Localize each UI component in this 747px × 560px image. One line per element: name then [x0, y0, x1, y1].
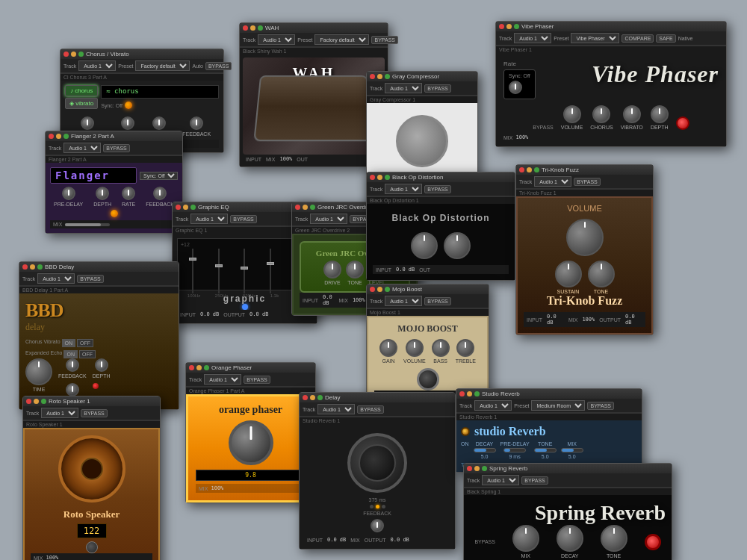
- feedback-knob[interactable]: [190, 116, 203, 130]
- wah-bypass-button[interactable]: BYPASS: [371, 36, 398, 44]
- bbd-expanded-echo-toggle[interactable]: Expanded Echo ON OFF: [25, 350, 173, 358]
- spring-mix-knob[interactable]: [512, 525, 539, 552]
- bbd-off-btn2[interactable]: OFF: [79, 350, 96, 358]
- depth-knob[interactable]: [121, 116, 134, 130]
- green-jrc-track-select[interactable]: Audio 1: [310, 214, 347, 224]
- chorus-preset-select[interactable]: Factory default: [135, 60, 190, 71]
- mojo-volume-knob[interactable]: [406, 339, 424, 357]
- bbd-on-btn2[interactable]: ON: [63, 350, 78, 358]
- close-icon[interactable]: [467, 466, 472, 471]
- bbd-time-knob[interactable]: [25, 358, 52, 385]
- eq-fader-4[interactable]: [258, 249, 282, 293]
- flanger-rate-knob[interactable]: [122, 187, 135, 200]
- sr-predelay-slider[interactable]: [503, 448, 526, 452]
- vibrato-mode-btn[interactable]: ◈ vibrato: [65, 98, 98, 109]
- flanger-sync-select[interactable]: Sync: Off: [140, 172, 178, 180]
- minimize-icon[interactable]: [527, 167, 532, 172]
- black-op-bypass-button[interactable]: BYPASS: [424, 185, 451, 193]
- flanger-feedback-knob[interactable]: [153, 187, 167, 200]
- sr-decay-slider[interactable]: [474, 448, 496, 452]
- maximize-icon[interactable]: [474, 391, 480, 396]
- flanger-predelay-knob[interactable]: [62, 187, 75, 200]
- close-icon[interactable]: [22, 264, 28, 270]
- maximize-icon[interactable]: [514, 24, 519, 29]
- flanger-bypass-button[interactable]: BYPASS: [103, 144, 130, 152]
- maximize-icon[interactable]: [78, 52, 84, 57]
- close-icon[interactable]: [176, 205, 181, 210]
- maximize-icon[interactable]: [258, 25, 263, 31]
- dc-bypass-button[interactable]: BYPASS: [357, 405, 384, 414]
- flanger-depth-knob[interactable]: [96, 187, 109, 200]
- minimize-icon[interactable]: [467, 391, 472, 396]
- vp-volume-knob[interactable]: [563, 105, 581, 123]
- sr-preset-select[interactable]: Medium Room: [531, 400, 585, 411]
- maximize-icon[interactable]: [534, 167, 539, 172]
- minimize-icon[interactable]: [34, 399, 39, 404]
- op-bypass-button[interactable]: BYPASS: [244, 376, 270, 384]
- minimize-icon[interactable]: [377, 175, 382, 180]
- bbd-mix-knob[interactable]: [66, 383, 79, 396]
- close-icon[interactable]: [459, 391, 465, 396]
- close-icon[interactable]: [63, 52, 69, 57]
- flanger-track-select[interactable]: Audio 1: [63, 143, 101, 153]
- close-icon[interactable]: [499, 24, 504, 29]
- sr-slider-predelay[interactable]: PRE-DELAY 9 ms: [500, 441, 530, 459]
- dc-track-select[interactable]: Audio 1: [317, 404, 355, 414]
- minimize-icon[interactable]: [71, 52, 76, 57]
- minimize-icon[interactable]: [56, 134, 61, 139]
- bbd-depth-knob[interactable]: [95, 358, 108, 372]
- sr-mix-slider[interactable]: [561, 448, 583, 452]
- close-icon[interactable]: [49, 134, 54, 139]
- maximize-icon[interactable]: [385, 175, 390, 180]
- vp-power-button[interactable]: [676, 116, 689, 130]
- minimize-icon[interactable]: [30, 264, 35, 270]
- mojo-bass-knob[interactable]: [432, 339, 450, 357]
- minimize-icon[interactable]: [377, 74, 382, 79]
- close-icon[interactable]: [370, 287, 375, 292]
- maximize-icon[interactable]: [482, 466, 487, 471]
- spring-bypass-button[interactable]: BYPASS: [521, 476, 548, 485]
- bbd-track-select[interactable]: Audio 1: [37, 273, 75, 284]
- spring-tone-knob[interactable]: [601, 525, 627, 552]
- roto-bypass-button[interactable]: BYPASS: [81, 409, 108, 417]
- bbd-on-btn[interactable]: ON: [62, 339, 76, 347]
- wah-track-select[interactable]: Audio 1: [258, 34, 295, 45]
- mojo-bypass-button[interactable]: BYPASS: [424, 297, 451, 305]
- vp-vibrato-knob[interactable]: [623, 105, 641, 123]
- dc-feedback-knob[interactable]: [371, 519, 384, 532]
- roto-footswitch[interactable]: [86, 541, 98, 553]
- wah-preset-select[interactable]: Factory default: [314, 34, 369, 45]
- spring-power-button[interactable]: [645, 534, 661, 550]
- sr-slider-mix[interactable]: MIX 5.0: [561, 441, 583, 459]
- sr-slider-tone[interactable]: TONE 5.0: [534, 441, 557, 459]
- black-op-knob1[interactable]: [411, 232, 438, 259]
- mojo-treble-knob[interactable]: [456, 339, 474, 357]
- close-icon[interactable]: [26, 399, 31, 404]
- jrc-drive-knob[interactable]: [323, 261, 341, 279]
- vp-track-select[interactable]: Audio 1: [514, 33, 551, 43]
- comp-track-select[interactable]: Audio 1: [385, 83, 422, 93]
- close-icon[interactable]: [243, 25, 248, 31]
- fuzz-track-select[interactable]: Audio 1: [534, 176, 571, 187]
- rate-knob[interactable]: [152, 116, 166, 130]
- maximize-icon[interactable]: [310, 205, 315, 210]
- minimize-icon[interactable]: [377, 287, 382, 292]
- eq-faders[interactable]: [181, 249, 309, 293]
- maximize-icon[interactable]: [190, 205, 196, 210]
- jrc-tone-knob[interactable]: [346, 261, 364, 279]
- eq-fader-1[interactable]: [181, 249, 205, 293]
- maximize-icon[interactable]: [385, 74, 390, 79]
- vp-depth-knob[interactable]: [651, 105, 669, 123]
- comp-main-knob[interactable]: [396, 115, 448, 167]
- flanger-mix-slider[interactable]: [65, 223, 110, 226]
- predelay-knob[interactable]: [81, 116, 94, 130]
- mojo-footswitch[interactable]: [417, 368, 439, 391]
- vp-rate-knob[interactable]: [509, 81, 522, 94]
- minimize-icon[interactable]: [310, 395, 315, 400]
- close-icon[interactable]: [519, 167, 524, 172]
- orange-phaser-speed-knob[interactable]: [229, 420, 273, 465]
- close-icon[interactable]: [370, 175, 375, 180]
- bbd-chorus-vibrato-toggle[interactable]: Chorus Vibrato ON OFF: [25, 339, 173, 347]
- minimize-icon[interactable]: [474, 466, 480, 471]
- bbd-off-btn[interactable]: OFF: [77, 339, 93, 347]
